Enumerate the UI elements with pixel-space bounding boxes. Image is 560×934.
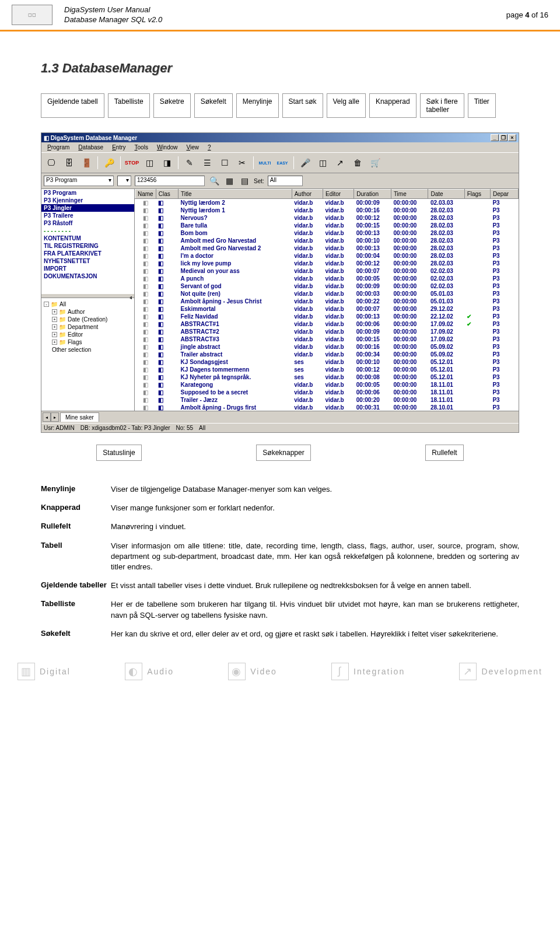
table-row[interactable]: ◧◧Eskimmortalvidar.bvidar.b00:00:0700:00…: [135, 305, 519, 313]
menu-database[interactable]: Database: [75, 144, 107, 151]
column-header[interactable]: Name: [135, 190, 156, 199]
tree-row[interactable]: +📁Department: [44, 323, 132, 331]
table-row[interactable]: ◧◧Ambolt med Gro Narvestad 2vidar.bvidar…: [135, 244, 519, 252]
listbox-item[interactable]: P3 Kjenninger: [41, 197, 134, 204]
tab-mine-saker[interactable]: Mine saker: [60, 412, 99, 422]
column-header[interactable]: Author: [292, 190, 323, 199]
tb-list-icon[interactable]: ☰: [200, 155, 215, 170]
tb-cabinet-icon[interactable]: 🗄: [61, 155, 76, 170]
tree-expand-icon[interactable]: +: [52, 309, 57, 314]
maximize-button[interactable]: ❐: [499, 134, 508, 141]
column-header[interactable]: Duration: [354, 190, 391, 199]
tb-tape-icon[interactable]: ☐: [217, 155, 232, 170]
table-row[interactable]: ◧◧KJ Nyheter på tegnspråk.sesvidar.b00:0…: [135, 373, 519, 381]
tb-arrow-icon[interactable]: ↗: [332, 155, 348, 170]
listbox-item[interactable]: FRA PLATEARKIVET: [41, 250, 134, 257]
listbox-item[interactable]: DOKUMENTASJON: [41, 272, 134, 280]
listbox-item[interactable]: TIL REGISTRERING: [41, 242, 134, 250]
listbox-item[interactable]: P3 Program: [41, 189, 134, 197]
tb-trash-icon[interactable]: 🗑: [350, 155, 365, 170]
tree-row[interactable]: Other selection: [44, 346, 132, 354]
search-input[interactable]: 123456: [135, 176, 205, 186]
menu-?[interactable]: ?: [204, 144, 215, 151]
menu-tools[interactable]: Tools: [131, 144, 152, 151]
column-header[interactable]: Flags: [464, 190, 490, 199]
tb-unknown1-icon[interactable]: ◫: [142, 155, 157, 170]
tb-cart-icon[interactable]: 🛒: [368, 155, 383, 170]
table-row[interactable]: ◧◧Nervous?vidar.bvidar.b00:00:1200:00:00…: [135, 214, 519, 222]
table-row[interactable]: ◧◧Ambolt åpning - Jesus Christvidar.bvid…: [135, 298, 519, 305]
table-row[interactable]: ◧◧Feliz Navidadvidar.bvidar.b00:00:1300:…: [135, 313, 519, 320]
search-tree[interactable]: -📁All+📁Author+📁Date (Creation)+📁Departme…: [41, 298, 134, 411]
listbox-item[interactable]: KONTENTUM: [41, 235, 134, 242]
tb-cut-icon[interactable]: ✂: [235, 155, 250, 170]
table-row[interactable]: ◧◧ABSTRACT#3vidar.bvidar.b00:00:1500:00:…: [135, 335, 519, 343]
column-header[interactable]: Title: [178, 190, 292, 199]
column-header[interactable]: Depar: [490, 190, 518, 199]
tb-stop-icon[interactable]: STOP: [124, 155, 139, 170]
tree-row[interactable]: +📁Editor: [44, 331, 132, 338]
tab-scroll-right[interactable]: ▸: [51, 412, 59, 422]
listbox-item[interactable]: NYHETSNETTET: [41, 257, 134, 265]
tree-row[interactable]: +📁Date (Creation): [44, 316, 132, 323]
table-row[interactable]: ◧◧Karategongvidar.bvidar.b00:00:0500:00:…: [135, 381, 519, 389]
tree-expand-icon[interactable]: +: [52, 340, 57, 345]
menu-program[interactable]: Program: [44, 144, 73, 151]
tree-expand-icon[interactable]: -: [44, 302, 49, 307]
search-multi-button[interactable]: ▤: [239, 175, 250, 187]
column-header[interactable]: Editor: [323, 190, 354, 199]
menu-view[interactable]: View: [183, 144, 202, 151]
table-row[interactable]: ◧◧Trailer abstractvidar.bvidar.b00:00:34…: [135, 351, 519, 358]
table-row[interactable]: ◧◧jingle abstractvidar.bvidar.b00:00:160…: [135, 343, 519, 351]
table-row[interactable]: ◧◧KJ Sondagsgjestsesvidar.b00:00:1000:00…: [135, 358, 519, 366]
titlebar[interactable]: ◧ DigaSystem Database Manager _ ❐ ×: [41, 133, 519, 142]
table-row[interactable]: ◧◧Trailer - Jæzzvidar.bvidar.b00:00:2000…: [135, 396, 519, 404]
table-row[interactable]: ◧◧Bare tullavidar.bvidar.b00:00:1500:00:…: [135, 222, 519, 229]
table-row[interactable]: ◧◧Not quite (ren)vidar.bvidar.b00:00:030…: [135, 290, 519, 298]
tb-unknown2-icon[interactable]: ◨: [159, 155, 174, 170]
listbox-item[interactable]: P3 Jingler: [41, 204, 134, 212]
table-row[interactable]: ◧◧ABSTRACT#1vidar.bvidar.b00:00:0600:00:…: [135, 320, 519, 328]
tab-scroll-left[interactable]: ◂: [43, 412, 51, 422]
table-row[interactable]: ◧◧Ambolt med Gro Narvestadvidar.bvidar.b…: [135, 237, 519, 244]
listbox-item[interactable]: P3 Råstoff: [41, 219, 134, 227]
table-row[interactable]: ◧◧ABSTRACT#2vidar.bvidar.b00:00:0900:00:…: [135, 328, 519, 335]
tree-row[interactable]: +📁Author: [44, 308, 132, 316]
search-button[interactable]: 🔍: [208, 175, 220, 187]
tb-easy-icon[interactable]: EASY: [275, 155, 290, 170]
table-row[interactable]: ◧◧Nyttig lærdom 1vidar.bvidar.b00:00:160…: [135, 207, 519, 214]
tb-box-icon[interactable]: ◫: [315, 155, 330, 170]
listbox-item[interactable]: - - - - - - - -: [41, 227, 134, 235]
menu-entry[interactable]: Entry: [108, 144, 129, 151]
tree-expand-icon[interactable]: +: [52, 332, 57, 337]
table-row[interactable]: ◧◧Supposed to be a secretvidar.bvidar.b0…: [135, 389, 519, 396]
tb-edit-icon[interactable]: ✎: [182, 155, 197, 170]
table-row[interactable]: ◧◧Servant of godvidar.bvidar.b00:00:0900…: [135, 282, 519, 290]
select-all-button[interactable]: ▦: [223, 175, 235, 187]
table-row[interactable]: ◧◧Nyttig lærdom 2vidar.bvidar.b00:00:090…: [135, 199, 519, 207]
table-row[interactable]: ◧◧lick my love pumpvidar.bvidar.b00:00:1…: [135, 260, 519, 267]
tb-multi-icon[interactable]: MULTI: [257, 155, 272, 170]
table-row[interactable]: ◧◧Bom bomvidar.bvidar.b00:00:1300:00:002…: [135, 229, 519, 237]
tree-expand-icon[interactable]: +: [52, 324, 57, 330]
table-row[interactable]: ◧◧KJ Dagens tommermennsesvidar.b00:00:12…: [135, 366, 519, 373]
table-combo[interactable]: P3 Program: [44, 176, 114, 186]
tb-monitor-icon[interactable]: 🖵: [44, 155, 59, 170]
table-row[interactable]: ◧◧Medieval on your assvidar.bvidar.b00:0…: [135, 267, 519, 275]
tb-door-icon[interactable]: 🚪: [79, 155, 94, 170]
column-header[interactable]: Clas: [156, 190, 178, 199]
menu-window[interactable]: Window: [153, 144, 181, 151]
data-grid[interactable]: NameClasTitleAuthorEditorDurationTimeDat…: [135, 189, 519, 411]
tb-key-icon[interactable]: 🔑: [102, 155, 117, 170]
tree-expand-icon[interactable]: +: [52, 317, 57, 322]
tree-row[interactable]: +📁Flags: [44, 338, 132, 346]
table-listbox[interactable]: P3 ProgramP3 KjenningerP3 JinglerP3 Trai…: [41, 189, 134, 294]
table-row[interactable]: ◧◧Ambolt åpning - Drugs firstvidar.bvida…: [135, 404, 519, 411]
set-field[interactable]: All: [268, 176, 303, 186]
column-header[interactable]: Date: [428, 190, 464, 199]
close-button[interactable]: ×: [508, 134, 516, 141]
minimize-button[interactable]: _: [491, 134, 499, 141]
table-row[interactable]: ◧◧A punchvidar.bvidar.b00:00:0500:00:000…: [135, 275, 519, 282]
listbox-item[interactable]: P3 Trailere: [41, 212, 134, 219]
table-combo-arrow[interactable]: [117, 176, 131, 186]
